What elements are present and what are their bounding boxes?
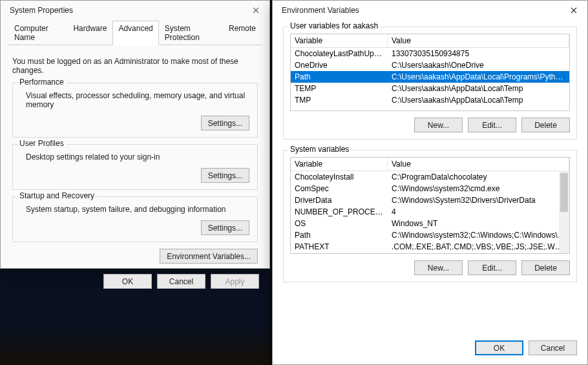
performance-group: Performance Visual effects, processor sc… [12, 83, 258, 138]
column-header-variable[interactable]: Variable [291, 34, 388, 47]
tab-advanced[interactable]: Advanced [112, 21, 158, 45]
startup-recovery-group: Startup and Recovery System startup, sys… [12, 196, 258, 242]
table-row[interactable]: OSWindows_NT [291, 218, 569, 229]
system-delete-button[interactable]: Delete [521, 260, 570, 275]
system-new-button[interactable]: New... [414, 260, 463, 275]
performance-settings-button[interactable]: Settings... [201, 116, 249, 130]
ok-button[interactable]: OK [475, 340, 523, 355]
cancel-button[interactable]: Cancel [157, 274, 205, 289]
table-row[interactable]: TEMPC:\Users\aakash\AppData\Local\Temp [291, 83, 569, 94]
table-row[interactable]: ChocolateyLastPathUpdate1330730351509348… [291, 48, 569, 59]
user-new-button[interactable]: New... [414, 118, 463, 132]
environment-variables-dialog: Environment Variables User variables for… [272, 0, 588, 365]
system-variables-list[interactable]: Variable Value ChocolateyInstallC:\Progr… [290, 157, 570, 254]
table-row[interactable]: OneDriveC:\Users\aakash\OneDrive [291, 59, 569, 71]
user-profiles-settings-button[interactable]: Settings... [201, 168, 249, 183]
cancel-button[interactable]: Cancel [529, 340, 577, 355]
environment-variables-button[interactable]: Environment Variables... [160, 249, 258, 264]
titlebar: System Properties [1, 1, 269, 20]
system-properties-dialog: System Properties Computer Name Hardware… [0, 0, 270, 269]
tab-system-protection[interactable]: System Protection [159, 21, 223, 45]
user-variables-group: User variables for aakash Variable Value… [283, 26, 577, 140]
system-variables-legend: System variables [288, 145, 352, 154]
tab-remote[interactable]: Remote [223, 21, 262, 45]
titlebar: Environment Variables [273, 1, 587, 20]
user-profiles-group: User Profiles Desktop settings related t… [12, 144, 258, 190]
scrollbar-thumb[interactable] [560, 173, 568, 212]
startup-recovery-legend: Startup and Recovery [17, 191, 97, 200]
user-edit-button[interactable]: Edit... [468, 118, 516, 132]
tab-content-advanced: You must be logged on as an Administrato… [1, 45, 269, 269]
user-profiles-legend: User Profiles [17, 139, 67, 148]
column-header-variable[interactable]: Variable [291, 158, 388, 171]
table-row[interactable]: ChocolateyInstallC:\ProgramData\chocolat… [291, 171, 569, 183]
user-variables-legend: User variables for aakash [288, 21, 381, 30]
user-delete-button[interactable]: Delete [521, 118, 570, 132]
tab-hardware[interactable]: Hardware [67, 21, 112, 45]
user-variables-list[interactable]: Variable Value ChocolateyLastPathUpdate1… [290, 34, 570, 111]
table-row[interactable]: TMPC:\Users\aakash\AppData\Local\Temp [291, 94, 569, 106]
close-icon[interactable] [565, 3, 582, 17]
system-variables-group: System variables Variable Value Chocolat… [283, 150, 577, 282]
ok-button[interactable]: OK [103, 274, 152, 289]
close-icon[interactable] [247, 3, 264, 17]
performance-desc: Visual effects, processor scheduling, me… [26, 91, 249, 109]
tab-computer-name[interactable]: Computer Name [8, 21, 67, 45]
column-header-value[interactable]: Value [388, 158, 569, 171]
table-row[interactable]: ComSpecC:\Windows\system32\cmd.exe [291, 183, 569, 194]
user-profiles-desc: Desktop settings related to your sign-in [26, 152, 249, 162]
dialog-title: System Properties [10, 6, 73, 15]
tabstrip: Computer Name Hardware Advanced System P… [8, 20, 262, 45]
column-header-value[interactable]: Value [388, 34, 569, 47]
table-row[interactable]: DriverDataC:\Windows\System32\Drivers\Dr… [291, 194, 569, 206]
table-row[interactable]: PathC:\Users\aakash\AppData\Local\Progra… [291, 71, 569, 83]
apply-button[interactable]: Apply [211, 274, 259, 289]
performance-legend: Performance [17, 78, 67, 87]
scrollbar[interactable] [559, 171, 569, 253]
table-row[interactable]: PATHEXT.COM;.EXE;.BAT;.CMD;.VBS;.VBE;.JS… [291, 241, 569, 253]
startup-recovery-settings-button[interactable]: Settings... [201, 220, 249, 235]
system-edit-button[interactable]: Edit... [468, 260, 516, 275]
table-row[interactable]: NUMBER_OF_PROCESSORS4 [291, 206, 569, 218]
dialog-button-row: OK Cancel Apply [1, 269, 269, 293]
table-row[interactable]: PathC:\Windows\system32;C:\Windows;C:\Wi… [291, 229, 569, 241]
startup-recovery-desc: System startup, system failure, and debu… [26, 205, 249, 214]
dialog-title: Environment Variables [282, 6, 359, 15]
admin-note: You must be logged on as an Administrato… [12, 57, 258, 75]
